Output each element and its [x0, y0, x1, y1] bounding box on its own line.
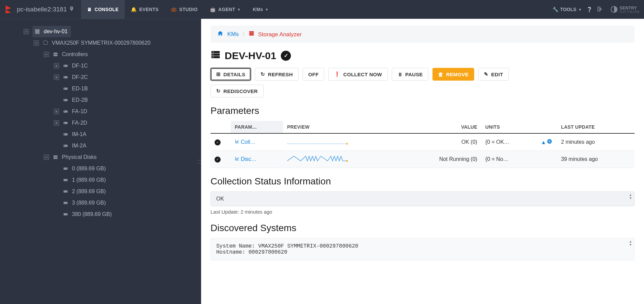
host-label: pc-isabelle2:3181 — [17, 6, 74, 13]
col-preview[interactable]: PREVIEW — [283, 121, 402, 133]
tree-node-controller[interactable]: FA-1D — [63, 106, 87, 117]
svg-point-30 — [67, 214, 67, 215]
discovered-systems-box[interactable]: System Name: VMAX250F SYMMETRIX-00029780… — [211, 238, 635, 260]
svg-point-39 — [213, 57, 214, 58]
tree-toggle[interactable]: + — [54, 72, 63, 83]
units-cell: {0 = No… — [481, 151, 537, 168]
tools-menu[interactable]: 🔧 TOOLS ▼ — [553, 7, 582, 12]
tree-node-controller[interactable]: ED-2B — [63, 94, 88, 106]
param-link[interactable]: Coll… — [235, 139, 256, 145]
svg-rect-19 — [53, 156, 58, 157]
tree-node-vmax[interactable]: 🖵 VMAX250F SYMMETRIX-000297800620 — [42, 37, 150, 49]
tree-node-disk[interactable]: 1 (889.69 GB) — [63, 174, 106, 186]
svg-point-37 — [213, 52, 214, 53]
remove-button[interactable]: 🗑 REMOVE — [432, 68, 474, 81]
tree-node-controller[interactable]: DF-2C — [63, 72, 88, 83]
rediscover-button[interactable]: ↻ REDISCOVER — [211, 85, 264, 97]
tree-node-dev-hv-01[interactable]: dev-hv-01 — [32, 26, 71, 37]
tree-node-controller[interactable]: DF-1C — [63, 60, 88, 72]
table-row[interactable]: ✓Disc…Not Running (0){0 = No…39 minutes … — [211, 151, 635, 168]
off-button[interactable]: OFF — [303, 68, 325, 81]
tree-toggle[interactable]: + — [54, 118, 63, 128]
tree-node-controller[interactable]: ED-1B — [63, 83, 88, 94]
tree-toggle[interactable] — [54, 163, 63, 174]
page-title: DEV-HV-01 ✓ — [211, 49, 635, 62]
top-header: pc-isabelle2:3181 🖥 CONSOLE 🔔 EVENTS 💼 S… — [0, 0, 644, 19]
tab-kms[interactable]: KMs ▼ — [247, 0, 275, 19]
tab-agent[interactable]: 🤖 AGENT ▼ — [204, 0, 247, 19]
tree-node-controllers[interactable]: Controllers — [52, 49, 88, 60]
logout-button[interactable] — [597, 6, 602, 13]
tree-node-controller[interactable]: FA-2D — [63, 117, 87, 129]
main-content[interactable]: KMs / Storage Analyzer DEV-HV-01 ✓ ⊞ DET… — [201, 19, 644, 304]
tree-toggle[interactable] — [54, 175, 63, 185]
tree-toggle[interactable]: + — [54, 106, 63, 117]
tab-studio[interactable]: 💼 STUDIO — [165, 0, 204, 19]
tree-toggle[interactable]: − — [24, 26, 32, 37]
col-param[interactable]: PARAM… — [231, 121, 283, 133]
tree-node-disk[interactable]: 3 (889.69 GB) — [63, 197, 106, 209]
svg-point-42 — [346, 160, 348, 162]
tree-toggle[interactable] — [54, 95, 63, 105]
tree-toggle[interactable] — [54, 140, 63, 151]
svg-point-22 — [67, 168, 67, 169]
expand-icon: ⊞ — [216, 71, 221, 77]
tree-toggle[interactable] — [54, 198, 63, 208]
col-units[interactable]: UNITS — [481, 121, 537, 133]
tree-node-disk[interactable]: 380 (889.69 GB) — [63, 209, 112, 220]
status-ok-icon: ✓ — [215, 139, 221, 145]
sidebar-tree[interactable]: − dev-hv-01 − 🖵 VMAX250F SYMMETRIX-00029… — [0, 19, 201, 304]
stepper-arrows[interactable]: ▲▼ — [629, 193, 632, 200]
details-button[interactable]: ⊞ DETAILS — [211, 68, 251, 81]
help-icon: ❔ — [586, 7, 592, 12]
stepper-arrows[interactable]: ▲▼ — [629, 240, 632, 247]
tree-node-disk[interactable]: 0 (889.69 GB) — [63, 163, 106, 174]
resize-handle[interactable]: ⋮⋮ — [197, 158, 201, 165]
collection-status-value[interactable]: OK ▲▼ — [211, 191, 635, 206]
tab-events[interactable]: 🔔 EVENTS — [125, 0, 165, 19]
edit-button[interactable]: ✎ EDIT — [478, 68, 509, 81]
home-icon[interactable] — [217, 30, 223, 38]
svg-rect-31 — [249, 31, 254, 33]
pause-icon: ⏸ — [397, 72, 403, 77]
breadcrumb-kms[interactable]: KMs — [227, 31, 239, 38]
briefcase-icon: 💼 — [171, 7, 177, 12]
tree-toggle[interactable]: − — [44, 49, 52, 60]
monitor-icon: 🖵 — [42, 40, 48, 46]
table-row[interactable]: ✓Coll…OK (0){0 = OK…▲2 minutes ago — [211, 133, 635, 151]
tab-console[interactable]: 🖥 CONSOLE — [81, 0, 125, 19]
exclaim-icon: ❗ — [334, 71, 340, 77]
col-value[interactable]: VALUE — [402, 121, 481, 133]
hdd-icon — [63, 120, 69, 126]
host-name: pc-isabelle2:3181 — [17, 6, 67, 13]
tree-toggle[interactable] — [54, 186, 63, 197]
refresh-button[interactable]: ↻ REFRESH — [255, 68, 298, 81]
tree-toggle[interactable]: − — [44, 152, 52, 163]
hdd-icon — [63, 189, 69, 194]
wrench-icon: 🔧 — [553, 7, 558, 12]
svg-rect-32 — [249, 33, 254, 34]
hdd-icon — [63, 75, 69, 80]
svg-point-6 — [64, 77, 65, 78]
tree-toggle[interactable] — [54, 129, 63, 140]
tree-node-controller[interactable]: IM-2A — [63, 140, 86, 151]
tree-node-physical-disks[interactable]: Physical Disks — [52, 151, 97, 163]
hdd-icon — [63, 63, 69, 69]
pause-button[interactable]: ⏸ PAUSE — [392, 68, 428, 81]
parameters-heading: Parameters — [211, 105, 635, 116]
tree-toggle[interactable] — [54, 209, 63, 220]
tree-node-disk[interactable]: 2 (889.69 GB) — [63, 186, 106, 197]
nav-right: 🔧 TOOLS ▼ ❔ SENTRYSOFTWARE — [553, 6, 640, 13]
tree-toggle[interactable]: + — [54, 60, 63, 71]
svg-point-4 — [64, 66, 65, 66]
param-link[interactable]: Disc… — [235, 156, 257, 162]
tree-toggle[interactable] — [54, 83, 63, 94]
tree-toggle[interactable]: − — [34, 38, 42, 48]
col-lastupdate[interactable]: LAST UPDATE — [557, 121, 635, 133]
collect-now-button[interactable]: ❗ COLLECT NOW — [328, 68, 387, 81]
help-button[interactable]: ❔ — [586, 7, 592, 12]
logout-icon — [597, 6, 602, 13]
error-icon — [547, 139, 552, 145]
server-icon — [52, 52, 59, 57]
tree-node-controller[interactable]: IM-1A — [63, 129, 86, 140]
